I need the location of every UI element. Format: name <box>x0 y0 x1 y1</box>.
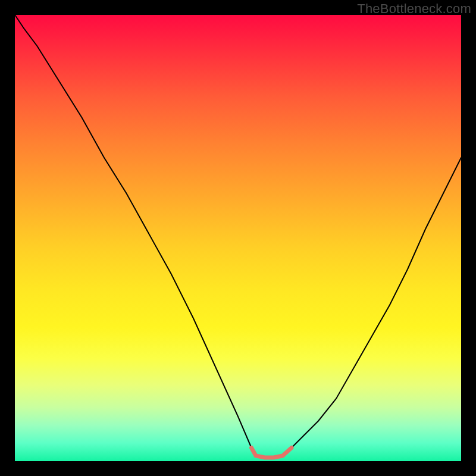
chart-svg <box>15 15 461 461</box>
chart-frame: TheBottleneck.com <box>0 0 476 476</box>
curve-right-limb <box>292 158 461 448</box>
plot-area <box>15 15 461 461</box>
watermark-text: TheBottleneck.com <box>357 1 471 17</box>
curve-min-bracket <box>252 448 292 458</box>
curve-left-limb <box>15 15 252 448</box>
